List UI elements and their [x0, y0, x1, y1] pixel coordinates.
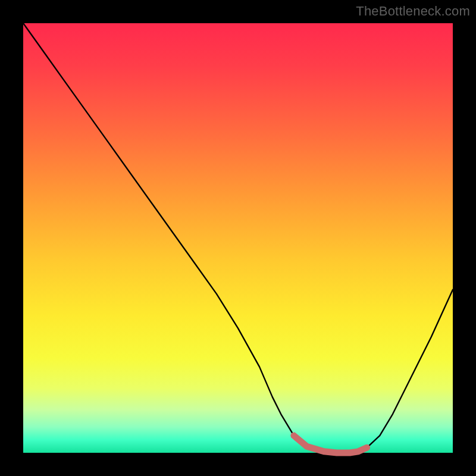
attribution-text: TheBottleneck.com [356, 4, 470, 19]
highlight-segment [294, 436, 367, 453]
bottleneck-curve [23, 23, 453, 453]
chart-svg [23, 23, 453, 453]
chart-frame: TheBottleneck.com [0, 0, 476, 476]
chart-plot-area [23, 23, 453, 453]
